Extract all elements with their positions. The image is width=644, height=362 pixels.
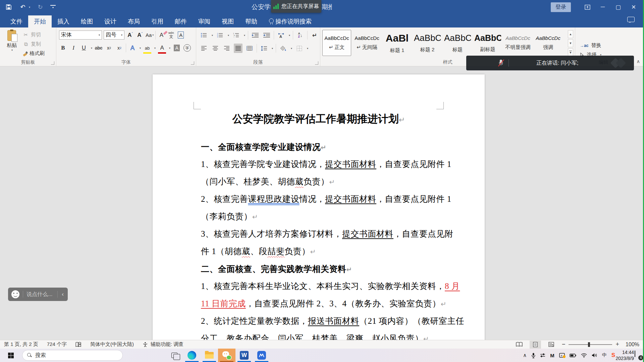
underline-caret-icon[interactable]: ▾: [91, 47, 92, 50]
styles-scroll-down-icon[interactable]: ▼: [568, 39, 573, 47]
doc-line[interactable]: 一、全面核查学院专业建设情况↵: [201, 138, 456, 156]
align-right-button[interactable]: [222, 44, 231, 53]
maximize-button[interactable]: ▢: [610, 0, 626, 14]
close-button[interactable]: ✕: [626, 0, 641, 14]
battery-icon[interactable]: [570, 354, 576, 357]
zoom-in-icon[interactable]: +: [615, 341, 619, 348]
undo-icon[interactable]: ↶: [19, 3, 27, 11]
superscript-button[interactable]: x2: [115, 44, 123, 52]
taskbar-search-box[interactable]: 搜索: [22, 350, 123, 361]
style-item-无间隔[interactable]: AaBbCcDc↵ 无间隔: [353, 30, 381, 56]
clipboard-dialog-launcher-icon[interactable]: [51, 61, 54, 65]
paragraph-dialog-launcher-icon[interactable]: [315, 61, 318, 65]
taskbar-app-edge[interactable]: [183, 349, 201, 362]
doc-line[interactable]: 3、核查完善人才培养方案修订材料，提交书面材料，自查要点见附: [201, 225, 456, 243]
document-body[interactable]: 一、全面核查学院专业建设情况↵1、核查完善学院专业建设情况，提交书面材料，自查要…: [201, 138, 456, 340]
tab-design[interactable]: 设计: [99, 15, 122, 27]
doc-line[interactable]: （闫小军、桂梦美、胡德葳负责）↵: [201, 173, 456, 190]
font-size-combo[interactable]: 四号▾: [104, 31, 124, 40]
save-icon[interactable]: [5, 3, 13, 11]
web-layout-button[interactable]: [546, 341, 557, 349]
doc-line[interactable]: 1、核查完善学院专业建设情况，提交书面材料，自查要点见附件 1: [201, 156, 456, 173]
taskbar-clock[interactable]: 14:44 2023/8/9: [616, 349, 634, 361]
tab-tell-me[interactable]: 操作说明搜索: [263, 15, 317, 27]
signin-button[interactable]: 登录: [551, 2, 571, 12]
taskbar-app-word[interactable]: W: [235, 349, 253, 362]
undo-caret-icon[interactable]: ▾: [29, 6, 30, 9]
style-item-不明显强调[interactable]: AaBbCcDc不明显强调: [503, 30, 532, 56]
notification-center-button[interactable]: 4: [635, 351, 643, 360]
zoom-level[interactable]: 100%: [624, 342, 639, 348]
shrink-font-button[interactable]: Aˇ: [136, 31, 144, 40]
page-indicator[interactable]: 第 1 页, 共 2 页: [4, 341, 38, 348]
taskbar-app-wechat[interactable]: [218, 349, 235, 362]
style-item-标题 1[interactable]: AaBl标题 1: [383, 30, 412, 56]
increase-indent-button[interactable]: [262, 31, 271, 40]
line-spacing-caret-icon[interactable]: ▾: [272, 47, 273, 50]
zoom-slider-handle[interactable]: [588, 342, 590, 347]
align-center-button[interactable]: [211, 44, 220, 53]
word-count[interactable]: 724 个字: [47, 341, 67, 348]
copy-button[interactable]: ⧉复制: [23, 41, 41, 47]
italic-button[interactable]: I: [69, 44, 77, 52]
font-color-caret-icon[interactable]: ▾: [169, 47, 170, 50]
shading-caret-icon[interactable]: ▾: [291, 47, 292, 50]
highlight-color-button[interactable]: ab: [143, 44, 151, 52]
comments-icon[interactable]: [627, 17, 635, 23]
borders-caret-icon[interactable]: ▾: [307, 47, 308, 50]
font-name-combo[interactable]: 宋体▾: [59, 31, 102, 40]
smartcard-tray-icon[interactable]: e: [559, 353, 565, 358]
chat-input-placeholder[interactable]: 说点什么...: [23, 291, 57, 298]
character-border-button[interactable]: A: [177, 31, 185, 40]
asian-layout-caret-icon[interactable]: ▾: [289, 34, 290, 37]
document-page[interactable]: 公安学院教学评估工作暑期推进计划↵ 一、全面核查学院专业建设情况↵1、核查完善学…: [153, 74, 485, 340]
taskbar-app-meeting[interactable]: [253, 349, 270, 362]
highlight-caret-icon[interactable]: ▾: [154, 47, 156, 50]
read-mode-button[interactable]: [514, 341, 525, 349]
show-hide-marks-button[interactable]: ↵: [310, 31, 319, 40]
replace-button[interactable]: →ac 替换: [580, 42, 601, 49]
tab-file[interactable]: 文件: [5, 15, 28, 27]
tab-references[interactable]: 引用: [146, 15, 169, 27]
hidden-icons-chevron[interactable]: ∧: [523, 352, 527, 358]
tab-layout[interactable]: 布局: [122, 15, 146, 27]
ime-indicator-icon[interactable]: 中: [602, 352, 607, 358]
language-indicator[interactable]: 简体中文(中国大陆): [90, 341, 134, 348]
bullets-button[interactable]: [200, 31, 208, 40]
style-item-正文[interactable]: AaBbCcDc↵ 正文: [322, 30, 351, 56]
doc-line[interactable]: （李莉负责）↵: [201, 208, 456, 225]
styles-more-icon[interactable]: ▼: [568, 48, 573, 56]
zoom-slider-track[interactable]: [569, 344, 612, 345]
start-button[interactable]: [4, 349, 17, 362]
meeting-chat-bar[interactable]: 说点什么... ‹: [8, 288, 68, 301]
tab-mailings[interactable]: 邮件: [169, 15, 193, 27]
doc-line[interactable]: 1、核查完善本科生毕业论文、本科生实习、实验教学相关资料，8 月: [201, 278, 456, 295]
print-layout-button[interactable]: [530, 341, 541, 349]
character-shading-button[interactable]: A: [173, 44, 181, 52]
enclose-characters-button[interactable]: 字: [183, 44, 191, 52]
tab-help[interactable]: 帮助: [239, 15, 263, 27]
phonetic-guide-button[interactable]: wén文: [167, 31, 175, 40]
tab-review[interactable]: 审阅: [193, 15, 216, 27]
emoji-icon[interactable]: [11, 290, 19, 298]
tab-view[interactable]: 视图: [216, 15, 239, 27]
bold-button[interactable]: B: [59, 44, 67, 52]
text-effects-button[interactable]: A: [128, 44, 137, 52]
doc-line[interactable]: 二、全面核查、完善实践教学相关资料↵: [201, 260, 456, 278]
line-spacing-button[interactable]: [260, 44, 268, 53]
decrease-indent-button[interactable]: [251, 31, 260, 40]
numbering-button[interactable]: 123: [216, 31, 224, 40]
multilevel-caret-icon[interactable]: ▾: [244, 34, 245, 37]
accessibility-status[interactable]: 辅助功能: 调查: [151, 341, 183, 348]
ribbon-display-options-icon[interactable]: [580, 0, 595, 14]
justify-button[interactable]: [234, 44, 243, 53]
shading-button[interactable]: [279, 44, 287, 53]
clear-formatting-button[interactable]: A: [157, 31, 165, 40]
proofing-errors-icon[interactable]: [75, 342, 82, 347]
m-app-tray-icon[interactable]: M: [550, 353, 554, 358]
style-item-标题[interactable]: AaBbC标题: [443, 30, 472, 56]
task-view-button[interactable]: [166, 349, 183, 362]
format-painter-button[interactable]: 格式刷: [23, 50, 45, 57]
zoom-out-icon[interactable]: −: [562, 341, 566, 348]
asian-layout-button[interactable]: A: [277, 31, 285, 40]
